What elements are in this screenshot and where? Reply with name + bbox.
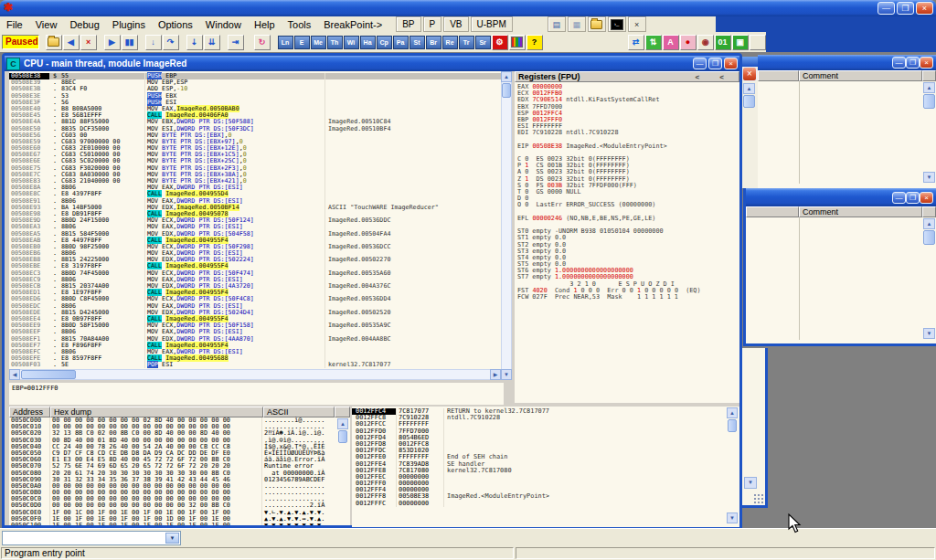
comment-mid-scroll-down[interactable]: ▼ xyxy=(923,328,935,339)
registers-header[interactable]: Registers (FPU) < < xyxy=(515,71,739,82)
menu-item-help[interactable]: Help xyxy=(248,18,282,31)
stack-row[interactable]: 0012FFFC00000000 xyxy=(352,501,739,507)
dump-pane[interactable]: Address Hex dump ASCII 0050C00000 00 00 … xyxy=(9,407,350,525)
disasm-scroll-left[interactable]: ◀ xyxy=(9,369,20,380)
disasm-row[interactable]: 00508E38$55PUSH EBP xyxy=(9,73,501,79)
disasm-row[interactable]: 00508E8C.E8 4397F8FFCALL ImageRed.004955… xyxy=(9,191,501,197)
comment-top-scroll-down[interactable]: ▼ xyxy=(923,172,935,183)
pause-icon[interactable]: ▮▮ xyxy=(122,35,138,50)
menu-item-tools[interactable]: Tools xyxy=(282,18,318,31)
compare-icon[interactable]: ⇅ xyxy=(645,35,662,50)
stack-scroll-down[interactable]: ▼ xyxy=(727,512,738,523)
notes-icon[interactable]: ▤ xyxy=(548,16,566,32)
comment-top-close-button[interactable]: × xyxy=(920,57,933,69)
disasm-scroll-thumb[interactable] xyxy=(502,83,511,98)
window-map-icon[interactable]: ▣ xyxy=(732,35,749,50)
menu-item-view[interactable]: View xyxy=(29,18,64,31)
comment-top-maximize-button[interactable]: ❐ xyxy=(906,57,920,69)
window-shortcut-button-st[interactable]: St xyxy=(410,36,425,49)
comment-mid-content[interactable]: ▲ ▼ xyxy=(746,217,936,340)
hidden-bottom-scroll-down[interactable]: ▼ xyxy=(744,477,757,489)
dump-scroll-thumb[interactable] xyxy=(338,430,347,443)
disasm-row[interactable]: 00508E3E.53PUSH EBX xyxy=(9,93,501,100)
comment-mid-col2-header[interactable]: Comment xyxy=(799,206,922,217)
calculator-icon[interactable]: ▦ xyxy=(568,16,586,32)
close-button[interactable]: × xyxy=(916,2,933,15)
step-into-icon[interactable]: ↓ xyxy=(145,35,162,50)
menu-button-vb[interactable]: VB xyxy=(443,16,468,32)
comment-mid-close-button[interactable]: × xyxy=(920,192,933,204)
window-shortcut-button-tr[interactable]: Tr xyxy=(459,36,474,49)
menu-item-window[interactable]: Window xyxy=(199,18,248,31)
cpu-minimize-button[interactable]: — xyxy=(693,58,707,69)
window-shortcut-button-pa[interactable]: Pa xyxy=(393,36,409,49)
window-shortcut-button-ln[interactable]: Ln xyxy=(278,36,293,49)
dump-row[interactable]: 0050C1001F 00 1F 00 1F 00 1F 00 1F 00 1F… xyxy=(9,523,350,525)
register-line[interactable]: EDI 7C910228 ntdll.7C910228 xyxy=(515,130,739,136)
window-shortcut-button-cp[interactable]: Cp xyxy=(377,36,392,49)
disasm-row[interactable]: 00508EF7.E8 F896F8FFCALL ImageRed.004955… xyxy=(9,343,501,349)
menu-button-bp[interactable]: BP xyxy=(396,16,420,32)
register-line[interactable]: FCW 027F Prec NEAR,53 Mask 1 1 1 1 1 1 xyxy=(515,294,739,301)
cpu-close-button[interactable]: × xyxy=(724,58,738,69)
comment-top-col1-header[interactable] xyxy=(758,70,799,81)
hidden-window-scroll-thumb[interactable] xyxy=(743,95,755,108)
cpu-window-titlebar[interactable]: C CPU - main thread, module ImageRed — ❐… xyxy=(5,56,739,71)
hidden-window-close-button[interactable]: × xyxy=(742,67,757,81)
hidden-window-scroll-up[interactable]: ▲ xyxy=(743,83,755,94)
comment-top-content[interactable]: ▲ ▼ xyxy=(758,81,936,184)
register-line[interactable]: EFL 00000246 (NO,NB,E,BE,NS,PE,GE,LE) xyxy=(515,216,739,222)
window-shortcut-button-th[interactable]: Th xyxy=(327,36,343,49)
window-shortcut-button-ha[interactable]: Ha xyxy=(360,36,376,49)
comment-top-scroll-thumb[interactable] xyxy=(923,94,935,109)
command-combobox[interactable]: ▼ xyxy=(2,531,181,545)
disasm-row[interactable]: 00508EE9.8B0D 58F15000MOV ECX,DWORD PTR … xyxy=(9,322,501,329)
run-icon[interactable]: ▶ xyxy=(104,35,121,50)
resize-grip[interactable] xyxy=(752,492,765,505)
window-shortcut-button-br[interactable]: Br xyxy=(426,36,441,49)
sync-arrows-icon[interactable]: ⇄ xyxy=(628,35,644,50)
disasm-row[interactable]: 00508E83.C683 21040000 00MOV BYTE PTR DS… xyxy=(9,178,501,185)
comment-mid-minimize-button[interactable]: — xyxy=(892,192,906,204)
open-file-icon[interactable] xyxy=(46,35,62,50)
dump-scroll-up[interactable]: ▲ xyxy=(337,418,348,429)
folder-icon[interactable] xyxy=(588,16,606,32)
disasm-hscroll-thumb[interactable] xyxy=(21,370,76,379)
spacer-button-1[interactable] xyxy=(750,35,766,50)
comment-mid-scroll-thumb[interactable] xyxy=(923,230,935,245)
options-gear-icon[interactable]: ⚙ xyxy=(492,35,508,50)
menu-button-p[interactable]: P xyxy=(423,16,442,32)
execute-till-return-icon[interactable]: ⇥ xyxy=(228,35,244,50)
window-shortcut-button-me[interactable]: Me xyxy=(311,36,326,49)
comment-mid-scroll-up[interactable]: ▲ xyxy=(923,218,935,229)
hidden-window-titlebar[interactable] xyxy=(742,57,758,67)
disasm-scroll-up[interactable]: ▲ xyxy=(501,71,512,82)
comment-mid-maximize-button[interactable]: ❐ xyxy=(906,192,920,204)
appearance-colors-icon[interactable] xyxy=(509,35,526,50)
disasm-row[interactable]: 00508E3B.83C4 F0ADD ESP,-10 xyxy=(9,86,501,92)
comment-window-mid-titlebar[interactable]: — ❐ × xyxy=(746,188,936,206)
step-over-icon[interactable]: ↷ xyxy=(163,35,179,50)
comment-top-minimize-button[interactable]: — xyxy=(892,57,906,69)
combobox-dropdown-button[interactable]: ▼ xyxy=(165,533,179,544)
stack-scroll-thumb[interactable] xyxy=(728,419,737,432)
menu-item-plugins[interactable]: Plugins xyxy=(106,18,152,31)
cpu-maximize-button[interactable]: ❐ xyxy=(708,58,722,69)
disasm-scroll-down[interactable]: ▼ xyxy=(501,369,512,380)
go-to-address-icon[interactable]: ↻ xyxy=(254,35,271,50)
comment-mid-col1-header[interactable] xyxy=(746,206,799,217)
window-shortcut-button-re[interactable]: Re xyxy=(442,36,458,49)
binary-icon[interactable]: 01 xyxy=(715,35,731,50)
breakpoint-dot-icon[interactable]: ● xyxy=(680,35,697,50)
window-shortcut-button-e[interactable]: E xyxy=(294,36,310,49)
comment-window-top-titlebar[interactable]: — ❐ × xyxy=(758,55,936,70)
register-line[interactable]: EIP 00508E38 ImageRed.<ModuleEntryPoint> xyxy=(515,143,739,150)
help-icon[interactable]: ? xyxy=(526,35,543,50)
window-shortcut-button-wi[interactable]: Wi xyxy=(344,36,359,49)
comment-top-scroll-up[interactable]: ▲ xyxy=(923,82,935,93)
main-title-bar[interactable]: ✱ — ❐ × xyxy=(0,0,936,16)
disassembler-pane[interactable]: 00508E38$55PUSH EBP00508E39.8BECMOV EBP,… xyxy=(9,71,501,371)
disasm-row[interactable]: 00508ED6.8B0D C8F45000MOV ECX,DWORD PTR … xyxy=(9,296,501,302)
disasm-row[interactable]: 00508F03.5EPOP ESIkernel32.7C817077 xyxy=(9,362,501,368)
comment-top-col2-header[interactable]: Comment xyxy=(799,70,922,81)
